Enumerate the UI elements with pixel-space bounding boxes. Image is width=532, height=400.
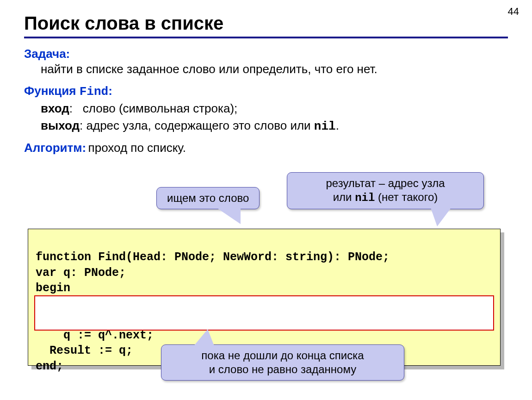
callout-loop-condition: пока не дошли до конца списка и слово не… xyxy=(161,344,404,381)
callout-result: результат – адрес узла или nil (нет тако… xyxy=(287,172,484,209)
task-block: Задача: найти в списке заданное слово ил… xyxy=(24,47,508,77)
input-label: вход xyxy=(41,101,69,115)
function-label-prefix: Функция xyxy=(24,84,80,98)
highlight-box xyxy=(34,295,494,331)
output-nil: nil xyxy=(314,119,336,133)
code-line: var q: PNode; xyxy=(36,266,126,280)
callout-loop-line2: и слово не равно заданному xyxy=(172,362,394,376)
callout-search-word: ищем это слово xyxy=(156,187,260,209)
callout-result-line2-pre: или xyxy=(333,191,355,203)
callout-result-line2-post: (нет такого) xyxy=(375,191,438,203)
task-text: найти в списке заданное слово или опреде… xyxy=(24,61,508,77)
title-rule xyxy=(24,37,508,38)
input-colon: : xyxy=(69,101,83,115)
output-text-pre: адрес узла, содержащего это слово или xyxy=(87,119,314,132)
function-block: Функция Find: вход: слово (символьная ст… xyxy=(24,84,508,133)
slide: 44 Поиск слова в списке Задача: найти в … xyxy=(0,0,532,400)
callout-tail-icon xyxy=(217,208,241,224)
input-row: вход: слово (символьная строка); xyxy=(24,101,508,116)
callout-tail-icon xyxy=(431,208,451,226)
input-text: слово (символьная строка); xyxy=(83,101,238,115)
algorithm-label: Алгоритм: xyxy=(24,141,86,155)
code-line: end; xyxy=(36,360,63,373)
algorithm-text-value: проход по списку. xyxy=(88,141,186,155)
code-line: function Find(Head: PNode; NewWord: stri… xyxy=(36,250,390,264)
output-row: выход: адрес узла, содержащего это слово… xyxy=(24,119,508,133)
callout-search-text: ищем это слово xyxy=(167,192,249,204)
page-number: 44 xyxy=(508,6,519,18)
algorithm-block: Алгоритм: проход по списку. xyxy=(24,140,508,156)
function-name: Find xyxy=(80,85,108,99)
task-label: Задача: xyxy=(24,47,70,61)
code-line: begin xyxy=(36,281,70,295)
output-colon: : xyxy=(80,119,86,132)
callout-result-nil: nil xyxy=(355,192,375,204)
callout-loop-line1: пока не дошли до конца списка xyxy=(172,349,394,362)
slide-title: Поиск слова в списке xyxy=(24,13,508,34)
output-text-post: . xyxy=(336,119,339,132)
output-label: выход xyxy=(41,119,80,132)
function-colon: : xyxy=(108,84,112,98)
code-line: Result := q; xyxy=(36,344,133,357)
callout-result-line2: или nil (нет такого) xyxy=(297,190,473,205)
callout-tail-icon xyxy=(194,329,214,346)
callout-result-line1: результат – адрес узла xyxy=(297,176,473,190)
